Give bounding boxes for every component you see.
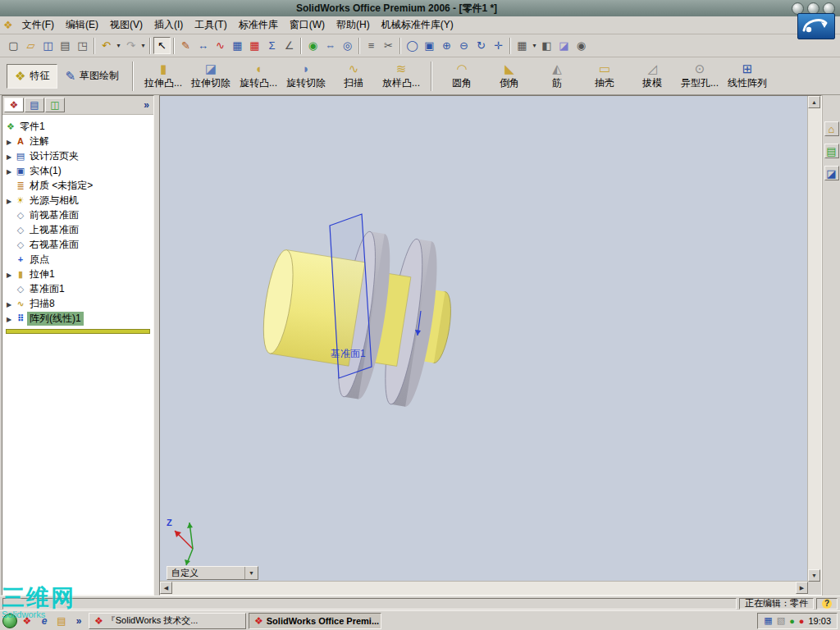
design-table-icon[interactable]: ▦ — [246, 37, 263, 54]
mate-icon[interactable]: ⇔ — [322, 37, 339, 54]
expand-arrow-icon[interactable] — [4, 150, 14, 162]
rollback-bar[interactable] — [6, 329, 150, 334]
hole-wizard-button[interactable]: ⊙ 异型孔... — [676, 60, 724, 93]
menu-tools[interactable]: 工具(T) — [189, 16, 232, 34]
section-view-icon[interactable]: ◪ — [555, 37, 573, 54]
tree-item-pattern-linear1[interactable]: ⠿ 阵列(线性)1 — [4, 311, 152, 326]
zoom-fit-icon[interactable]: ◯ — [404, 37, 421, 54]
tree-item-design-binder[interactable]: ▤ 设计活页夹 — [4, 148, 152, 163]
scroll-down-icon[interactable]: ▼ — [808, 569, 820, 582]
title-bar[interactable]: SolidWorks Office Premium 2006 - [零件1 *] — [0, 0, 840, 16]
expand-arrow-icon[interactable] — [4, 165, 14, 176]
revolved-cut-button[interactable]: ◗ 旋转切除 — [282, 60, 330, 93]
view-orientation-icon[interactable]: ▦ — [514, 37, 531, 54]
draft-button[interactable]: ◿ 拔模 — [628, 60, 676, 93]
tree-item-solid-bodies[interactable]: ▣ 实体(1) — [4, 163, 152, 178]
equations-icon[interactable]: Σ — [263, 37, 281, 54]
antivirus-tray-icon[interactable]: ● — [789, 616, 795, 626]
shell-button[interactable]: ▭ 抽壳 — [581, 60, 628, 93]
menu-file[interactable]: 文件(F) — [16, 16, 60, 34]
extruded-boss-button[interactable]: ▮ 拉伸凸... — [139, 60, 187, 93]
rebuild-icon[interactable]: ◉ — [304, 37, 322, 54]
tree-item-annotations[interactable]: A 注解 — [4, 134, 152, 148]
menu-edit[interactable]: 编辑(E) — [60, 16, 104, 34]
tree-item-right-plane[interactable]: ◇ 右视基准面 — [4, 237, 152, 252]
fillet-button[interactable]: ◠ 圆角 — [438, 60, 486, 93]
file-explorer-icon[interactable]: ◪ — [824, 166, 839, 180]
scroll-up-icon[interactable]: ▲ — [808, 96, 820, 108]
menu-view[interactable]: 视图(V) — [104, 16, 148, 34]
list-icon[interactable]: ≡ — [363, 37, 380, 54]
model-canvas[interactable]: 基准面1 Z 自定义 — [160, 96, 808, 582]
panel-collapse-chevron-icon[interactable]: » — [144, 99, 149, 111]
grid-icon[interactable]: ▦ — [229, 37, 246, 54]
home-icon[interactable]: ⌂ — [824, 121, 839, 136]
zoom-area-icon[interactable]: ▣ — [421, 37, 438, 54]
zoom-out-icon[interactable]: ⊖ — [455, 37, 472, 54]
undo-icon[interactable]: ↶ — [98, 37, 115, 54]
loft-button[interactable]: ≋ 放样凸... — [377, 60, 425, 93]
print-preview-icon[interactable]: ◳ — [74, 37, 91, 54]
quicklaunch-solidworks-icon[interactable]: ❖ — [20, 614, 34, 628]
propertymanager-tab[interactable]: ▤ — [25, 98, 44, 112]
camera-icon[interactable]: ◉ — [573, 37, 590, 54]
expand-arrow-icon[interactable] — [4, 135, 14, 147]
rotate-view-icon[interactable]: ↻ — [472, 37, 490, 54]
plane-label[interactable]: 基准面1 — [331, 347, 366, 361]
tree-item-top-plane[interactable]: ◇ 上视基准面 — [4, 222, 152, 237]
tree-root-part[interactable]: ❖ 零件1 — [4, 119, 152, 134]
start-icon[interactable] — [2, 614, 17, 628]
features-tab-button[interactable]: ❖ 特征 — [7, 64, 57, 89]
smart-dimension-icon[interactable]: ↔ — [194, 37, 212, 54]
scroll-left-icon[interactable]: ◀ — [160, 582, 172, 594]
chamfer-button[interactable]: ◣ 倒角 — [486, 60, 533, 93]
save-icon[interactable]: ◫ — [39, 37, 57, 54]
part-model[interactable] — [160, 96, 808, 582]
constraint-icon[interactable]: ◎ — [339, 37, 356, 54]
select-arrow-icon[interactable]: ↖ — [153, 37, 171, 54]
linear-pattern-button[interactable]: ⊞ 线性阵列 — [724, 60, 771, 93]
expand-arrow-icon[interactable] — [4, 268, 14, 280]
combo-dropdown-icon[interactable] — [244, 567, 258, 579]
task-button-forum[interactable]: ❖ 『SolidWorks 技术交... — [89, 613, 246, 629]
tree-item-front-plane[interactable]: ◇ 前视基准面 — [4, 208, 152, 222]
tree-item-lights-cameras[interactable]: ☀ 光源与相机 — [4, 193, 152, 208]
tree-item-extrude1[interactable]: ▮ 拉伸1 — [4, 267, 152, 281]
menu-window[interactable]: 窗口(W) — [284, 16, 331, 34]
menu-standard-library[interactable]: 标准件库 — [233, 16, 284, 34]
spline-icon[interactable]: ∿ — [212, 37, 229, 54]
quicklaunch-folder-icon[interactable]: ▤ — [54, 614, 69, 628]
new-document-icon[interactable]: ▢ — [5, 37, 22, 54]
tree-item-sweep8[interactable]: ∿ 扫描8 — [4, 296, 152, 311]
sketch-tab-button[interactable]: ✎ 草图绘制 — [57, 64, 126, 89]
sketch-icon[interactable]: ✎ — [177, 37, 194, 54]
revolved-boss-button[interactable]: ◖ 旋转凸... — [235, 60, 282, 93]
measure-icon[interactable]: ∠ — [281, 37, 298, 54]
expand-arrow-icon[interactable] — [4, 313, 14, 324]
sweep-button[interactable]: ∿ 扫描 — [330, 60, 377, 93]
redo-icon[interactable]: ↷ — [122, 37, 139, 54]
featuremanager-tab[interactable]: ❖ — [4, 98, 24, 112]
extruded-cut-button[interactable]: ◪ 拉伸切除 — [187, 60, 235, 93]
configurationmanager-tab[interactable]: ◫ — [45, 98, 65, 112]
menu-mech-library[interactable]: 机械标准件库(Y) — [376, 16, 459, 34]
quicklaunch-overflow-chevron-icon[interactable]: » — [71, 614, 86, 628]
display-style-icon[interactable]: ◧ — [538, 37, 555, 54]
quicklaunch-browser-icon[interactable]: e — [37, 614, 52, 628]
print-icon[interactable]: ▤ — [57, 37, 74, 54]
task-button-solidworks[interactable]: ❖ SolidWorks Office Premi... — [249, 613, 381, 629]
view-orientation-dropdown-icon[interactable] — [531, 42, 538, 49]
expand-arrow-icon[interactable] — [4, 194, 14, 206]
expand-arrow-icon[interactable] — [4, 298, 14, 309]
menu-help[interactable]: 帮助(H) — [331, 16, 376, 34]
scroll-right-icon[interactable]: ▶ — [796, 582, 808, 594]
open-folder-icon[interactable]: ▱ — [22, 37, 39, 54]
pan-icon[interactable]: ✛ — [490, 37, 507, 54]
zoom-in-icon[interactable]: ⊕ — [438, 37, 455, 54]
app-tray-icon[interactable]: ▦ — [764, 615, 772, 626]
rib-button[interactable]: ◭ 筋 — [533, 60, 581, 93]
tree-item-material[interactable]: ≣ 材质 <未指定> — [4, 178, 152, 193]
horizontal-scrollbar[interactable]: ◀ ▶ — [160, 581, 808, 595]
redo-dropdown-icon[interactable] — [139, 42, 147, 49]
undo-dropdown-icon[interactable] — [115, 42, 122, 49]
